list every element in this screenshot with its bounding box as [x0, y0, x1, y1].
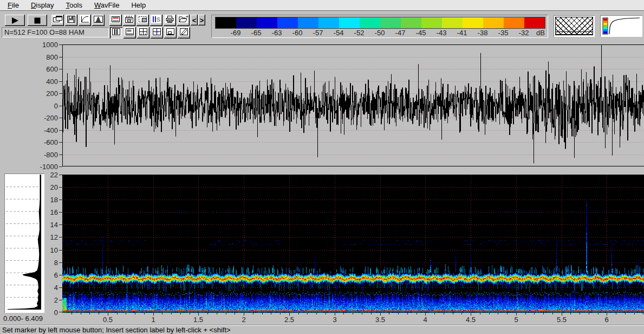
spectrogram-xtick-label: 3 — [324, 316, 346, 324]
view-quad-button[interactable] — [137, 27, 149, 38]
edit-labels-button[interactable] — [178, 27, 190, 38]
menu-tools[interactable]: Tools — [60, 1, 88, 10]
spectrogram-ytick-label: 4 — [38, 284, 58, 292]
scale-color-segment — [421, 17, 442, 28]
spectrogram-ytick-label: 12 — [38, 233, 58, 241]
spectrogram-xtick — [253, 313, 253, 314]
menu-help[interactable]: Help — [125, 1, 152, 10]
spectrogram-plot[interactable] — [62, 175, 644, 312]
window-function-icon — [93, 15, 103, 25]
menu-file[interactable]: File — [2, 1, 25, 10]
print-button[interactable] — [164, 15, 176, 26]
pattern-widget[interactable] — [554, 15, 595, 37]
scale-color-segment — [318, 17, 339, 28]
menu-display[interactable]: Display — [25, 1, 60, 10]
spectrogram-xtick — [235, 313, 235, 314]
spectrogram-xtick — [589, 313, 589, 314]
previous-icon: < — [192, 16, 197, 24]
spectrogram-xtick — [126, 313, 126, 314]
play-icon — [11, 17, 19, 24]
waveform-ytick — [59, 166, 62, 167]
stop-button[interactable] — [28, 15, 47, 26]
spectrogram-xtick — [398, 313, 399, 314]
spectrogram-xtick-label: 5 — [505, 316, 527, 324]
scale-color-segment — [236, 17, 257, 28]
spectrogram-xtick — [434, 313, 435, 314]
scale-color-segment — [298, 17, 318, 28]
view-columns-button[interactable] — [110, 27, 122, 38]
spectrogram-display-button[interactable] — [109, 15, 122, 26]
scale-tick-label: -35 — [494, 29, 512, 37]
scale-color-segment — [442, 17, 463, 28]
stop-icon — [34, 17, 41, 24]
spectrogram-xtick — [598, 313, 599, 314]
amplitude-curve-icon — [80, 15, 90, 25]
scale-tick-label: -54 — [329, 29, 348, 37]
scale-color-segment — [483, 17, 504, 28]
spectrogram-xtick — [417, 313, 417, 314]
spectrogram-xtick-label: 4.5 — [460, 316, 482, 324]
view-quad-cursor-button[interactable] — [151, 27, 163, 38]
waveform-ytick-label: -1000 — [34, 163, 58, 171]
scale-color-segment — [216, 17, 236, 28]
scale-tick-label: -63 — [268, 29, 286, 37]
scale-tick-label: -41 — [453, 29, 471, 37]
cascade-windows-icon — [53, 15, 63, 25]
marker-display-button[interactable] — [123, 15, 135, 26]
spectrogram-xtick — [371, 313, 372, 314]
play-button[interactable] — [5, 15, 25, 26]
spectrogram-xtick — [444, 313, 444, 314]
spectrogram-xtick — [180, 313, 181, 314]
level-histogram-widget[interactable] — [600, 15, 642, 37]
spectrogram-xtick — [534, 313, 535, 314]
scale-color-segment — [360, 17, 380, 28]
scale-color-segment — [504, 17, 524, 28]
scale-tick-label: -60 — [288, 29, 307, 37]
amplitude-curve-button[interactable] — [79, 15, 91, 26]
scale-color-segment — [380, 17, 401, 28]
menu-wavfile[interactable]: WavFile — [88, 1, 125, 10]
spectrogram-xtick — [580, 313, 580, 314]
spectrogram-xtick — [543, 313, 544, 314]
zoom-selection-button[interactable] — [136, 15, 149, 26]
spectrogram-ytick-label: 14 — [38, 221, 58, 229]
marker-display-icon — [124, 15, 134, 25]
next-button[interactable]: > — [198, 15, 205, 25]
open-file-button[interactable] — [177, 15, 190, 26]
view-rows-icon — [125, 28, 135, 38]
scale-color-segment — [463, 17, 483, 28]
view-inset-button[interactable] — [164, 27, 177, 38]
view-quad-cursor-icon — [152, 28, 162, 38]
spectrogram-xtick — [570, 313, 571, 314]
sections-button[interactable]: S — [150, 15, 162, 26]
open-file-icon — [178, 15, 188, 25]
print-icon — [165, 15, 175, 25]
scale-tick-label: -65 — [247, 29, 265, 37]
view-quad-icon — [138, 28, 148, 38]
waveform-plot[interactable] — [62, 44, 644, 166]
spectrogram-xtick — [190, 313, 190, 314]
previous-button[interactable]: < — [191, 15, 198, 25]
scale-tick-label: -32 — [515, 29, 533, 37]
color-scale-strip — [215, 17, 545, 29]
spectrogram-xtick-label: 1 — [142, 316, 164, 324]
cascade-windows-button[interactable] — [51, 15, 64, 26]
scale-tick-label: -43 — [432, 29, 451, 37]
spectrogram-xtick — [226, 313, 226, 314]
scale-tick-label: -52 — [350, 29, 368, 37]
view-rows-button[interactable] — [123, 27, 136, 38]
spectrogram-ytick-label: 0 — [38, 309, 58, 317]
spectrogram-ytick-label: 10 — [38, 246, 58, 254]
color-scale-unit: dB — [536, 29, 545, 37]
spectrogram-xtick — [89, 313, 90, 314]
spectrogram-ytick-label: 6 — [38, 271, 58, 279]
spectrogram-xtick — [407, 313, 408, 314]
window-function-button[interactable] — [92, 15, 105, 26]
spectrogram-ytick-label: 22 — [38, 171, 58, 179]
spectrogram-xtick — [307, 313, 308, 314]
spectrogram-xtick — [461, 313, 462, 314]
scale-tick-label: -38 — [473, 29, 492, 37]
save-button[interactable] — [65, 15, 77, 26]
spectrogram-xtick-label: 2 — [233, 316, 255, 324]
analysis-settings-field: N=512 F=100 O=88 HAM — [2, 27, 109, 37]
